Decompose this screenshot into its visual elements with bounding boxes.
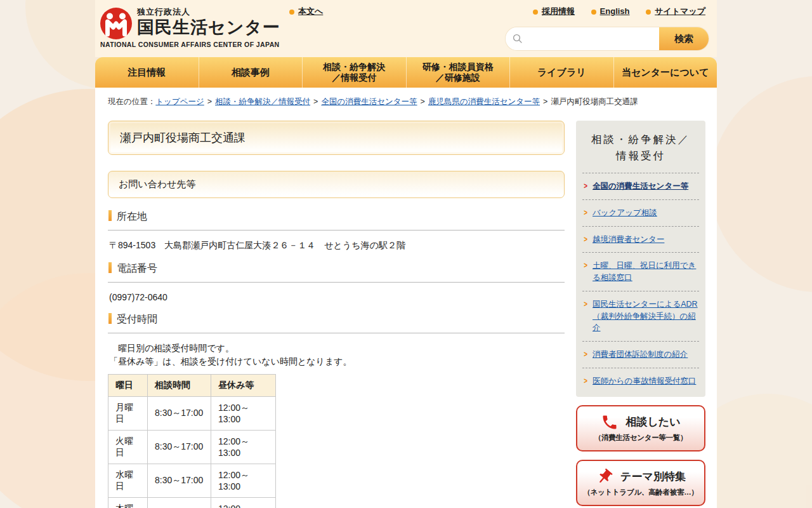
search-input[interactable] <box>523 27 659 50</box>
nav-item-training[interactable]: 研修・相談員資格 ／研修施設 <box>406 57 510 88</box>
search-icon <box>512 33 523 44</box>
nav-item-featured[interactable]: 注目情報 <box>95 57 199 88</box>
theme-feature-button[interactable]: テーマ別特集 （ネットトラブル、高齢者被害…） <box>576 460 705 506</box>
ncac-logo-icon <box>100 8 132 39</box>
page-column: 独立行政法人 国民生活センター NATIONAL CONSUMER AFFAIR… <box>95 0 717 508</box>
theme-feature-button-title: テーマ別特集 <box>620 469 686 484</box>
sidebar-item-doctor-reports[interactable]: 医師からの事故情報受付窓口 <box>582 368 699 394</box>
breadcrumb-current: 瀬戸内町役場商工交通課 <box>551 97 638 106</box>
hours-note: 曜日別の相談受付時間です。「昼休み等」は、相談を受け付けていない時間となります。 <box>109 342 565 368</box>
section-heading-phone: 電話番号 <box>108 261 565 283</box>
sidebar-item-cross-border[interactable]: 越境消費者センター <box>582 227 699 253</box>
nav-item-consultation[interactable]: 相談・紛争解決 ／情報受付 <box>302 57 406 88</box>
table-row: 月曜日 8:30～17:00 12:00～13:00 <box>108 397 276 431</box>
table-header-row: 曜日 相談時間 昼休み等 <box>108 375 276 397</box>
bullet-icon <box>591 10 596 15</box>
org-name-en: NATIONAL CONSUMER AFFAIRS CENTER OF JAPA… <box>100 41 280 48</box>
section-heading-hours: 受付時間 <box>108 312 565 333</box>
page-title: 瀬戸内町役場商工交通課 <box>108 121 565 155</box>
breadcrumb-prefix: 現在の位置： <box>108 97 155 106</box>
search-bar: 検索 <box>506 27 709 50</box>
main-content: 瀬戸内町役場商工交通課 お問い合わせ先等 所在地 〒894-1503 大島郡瀬戸… <box>108 121 565 508</box>
hours-table: 曜日 相談時間 昼休み等 月曜日 8:30～17:00 12:00～13:00 … <box>108 374 276 508</box>
site-header: 独立行政法人 国民生活センター NATIONAL CONSUMER AFFAIR… <box>95 0 717 57</box>
contact-heading: お問い合わせ先等 <box>108 171 565 198</box>
main-navigation: 注目情報 相談事例 相談・紛争解決 ／情報受付 研修・相談員資格 ／研修施設 ラ… <box>95 57 717 88</box>
nav-item-about[interactable]: 当センターについて <box>613 57 717 88</box>
col-header-day: 曜日 <box>108 375 148 397</box>
sidebar-item-centers[interactable]: 全国の消費生活センター等 <box>582 173 699 200</box>
consult-button-subtitle: （消費生活センター等一覧） <box>581 433 700 443</box>
sidebar: 相談・紛争解決／情報受付 全国の消費生活センター等 バックアップ相談 越境消費者… <box>576 121 705 508</box>
theme-feature-button-subtitle: （ネットトラブル、高齢者被害…） <box>581 488 700 497</box>
agency-type: 独立行政法人 <box>137 6 280 18</box>
breadcrumb-link-kagoshima[interactable]: 鹿児島県の消費生活センター等 <box>428 97 540 106</box>
link-recruit[interactable]: 採用情報 <box>542 6 575 16</box>
link-english[interactable]: English <box>600 6 630 16</box>
section-heading-address: 所在地 <box>108 209 565 231</box>
bullet-icon <box>289 10 294 15</box>
table-row: 木曜日 8:30～17:00 12:00～13:00 <box>108 498 276 508</box>
pushpin-icon <box>596 468 613 486</box>
skip-to-content: 本文へ <box>289 6 323 17</box>
content-area: 現在の位置：トップページ>相談・紛争解決／情報受付>全国の消費生活センター等>鹿… <box>95 88 717 508</box>
consult-button[interactable]: 相談したい （消費生活センター等一覧） <box>576 405 705 451</box>
sidebar-menu: 相談・紛争解決／情報受付 全国の消費生活センター等 バックアップ相談 越境消費者… <box>576 121 705 397</box>
table-row: 水曜日 8:30～17:00 12:00～13:00 <box>108 464 276 498</box>
sidebar-item-backup[interactable]: バックアップ相談 <box>582 200 699 227</box>
sidebar-item-adr[interactable]: 国民生活センターによるADR（裁判外紛争解決手続）の紹介 <box>582 291 699 342</box>
nav-item-library[interactable]: ライブラリ <box>509 57 613 88</box>
table-row: 火曜日 8:30～17:00 12:00～13:00 <box>108 431 276 464</box>
link-sitemap[interactable]: サイトマップ <box>655 6 705 16</box>
col-header-time: 相談時間 <box>148 375 211 397</box>
org-name: 国民生活センター <box>137 18 280 37</box>
breadcrumb-link-centers[interactable]: 全国の消費生活センター等 <box>321 97 417 106</box>
breadcrumb-link-consultation[interactable]: 相談・紛争解決／情報受付 <box>215 97 310 106</box>
breadcrumb-link-home[interactable]: トップページ <box>155 97 204 106</box>
search-button[interactable]: 検索 <box>659 27 709 50</box>
nav-item-cases[interactable]: 相談事例 <box>199 57 303 88</box>
sidebar-title: 相談・紛争解決／情報受付 <box>582 121 699 173</box>
phone-value: (0997)72-0640 <box>109 292 565 302</box>
background-circle <box>710 76 812 292</box>
site-logo[interactable]: 独立行政法人 国民生活センター <box>100 5 280 39</box>
header-utility-links: 採用情報 English サイトマップ <box>519 6 705 17</box>
skip-link[interactable]: 本文へ <box>298 6 323 16</box>
bullet-icon <box>646 10 651 15</box>
phone-icon <box>601 413 619 431</box>
address-value: 〒894-1503 大島郡瀬戸内町古仁屋大湊２６－１４ せとうち海の駅２階 <box>109 240 565 251</box>
consult-button-title: 相談したい <box>625 415 680 429</box>
sidebar-item-lawsuit-system[interactable]: 消費者団体訴訟制度の紹介 <box>582 342 699 368</box>
bullet-icon <box>533 10 538 15</box>
breadcrumb: 現在の位置：トップページ>相談・紛争解決／情報受付>全国の消費生活センター等>鹿… <box>95 88 717 117</box>
sidebar-item-weekend-desk[interactable]: 土曜、日曜、祝日に利用できる相談窓口 <box>582 253 699 291</box>
col-header-lunch: 昼休み等 <box>211 375 276 397</box>
